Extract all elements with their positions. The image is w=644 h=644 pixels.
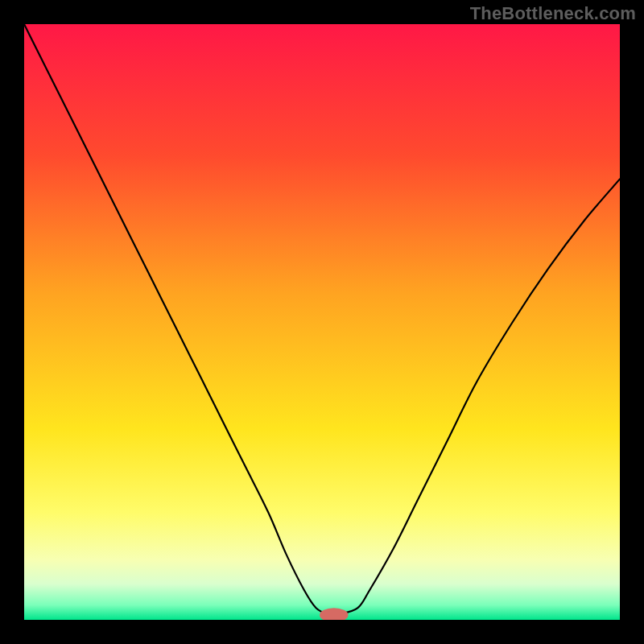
chart-frame: TheBottleneck.com: [0, 0, 644, 644]
watermark-text: TheBottleneck.com: [470, 3, 636, 24]
plot-area: [24, 24, 620, 620]
bottleneck-chart: [24, 24, 620, 620]
gradient-background: [24, 24, 620, 620]
